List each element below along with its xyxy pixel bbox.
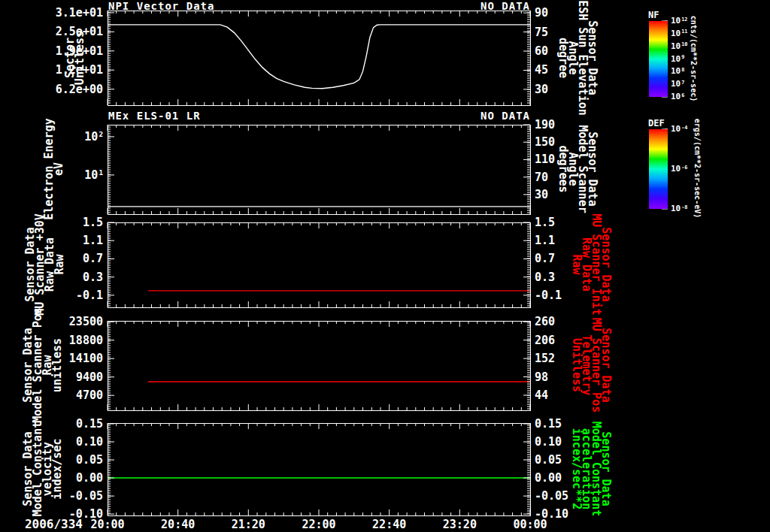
p3-right-tick-label: -0.1 bbox=[535, 289, 562, 301]
def-colorbar-unit: ergs/(cm**2-sr-sec-eV) bbox=[693, 119, 702, 218]
p3-right-tick-label: 1.1 bbox=[535, 234, 555, 246]
def-colorbar-name: DEF bbox=[648, 118, 665, 128]
x-axis-time-label: 22:40 bbox=[365, 518, 414, 531]
model-constant-velocity-frame bbox=[108, 424, 531, 516]
p1-left-tick-label: 3.1e+01 bbox=[0, 7, 103, 19]
p1-right-tick-label: 75 bbox=[535, 26, 548, 38]
x-axis-time-label: 23:20 bbox=[435, 518, 484, 531]
p2-right-tick-label: 70 bbox=[535, 171, 548, 183]
p2-right-tick-label: 30 bbox=[535, 189, 548, 201]
p5-right-tick-label: 0.05 bbox=[535, 454, 562, 466]
x-axis-time-label: 00:00 bbox=[506, 518, 554, 531]
p5-left-axis-label: Sensor DataModel Constantvelocityindex/s… bbox=[23, 422, 62, 516]
p4-right-tick-label: 206 bbox=[535, 334, 555, 346]
nf-colorbar-tick-label: 107 bbox=[671, 80, 684, 89]
x-axis-time-label: 20:40 bbox=[154, 518, 202, 531]
mex-els-01-lr-frame bbox=[108, 125, 531, 215]
p1-left-tick-label: 1.9e+01 bbox=[0, 45, 103, 57]
p2-right-tick-label: 110 bbox=[535, 153, 555, 165]
nf-colorbar-unit: cnts/(cm**2-sr-sec) bbox=[690, 16, 698, 101]
p5-right-tick-label: -0.05 bbox=[535, 490, 568, 502]
p5-right-tick-label: 0.10 bbox=[535, 436, 562, 448]
p1-right-tick-label: 90 bbox=[535, 7, 548, 19]
p5-right-tick-label: 0.00 bbox=[535, 472, 562, 484]
p1-left-tick-label: 6.2e+00 bbox=[0, 83, 103, 95]
def-colorbar-tick-label: 10-6 bbox=[671, 165, 687, 174]
panel2-title: MEx ELS-01 LR bbox=[108, 110, 201, 122]
p5-right-tick-label: 0.15 bbox=[535, 418, 562, 430]
p2-right-axis-label: Sensor DataModel ScannerAngledegrees bbox=[558, 125, 597, 213]
def-colorbar bbox=[649, 129, 668, 209]
nf-colorbar-tick-label: 1010 bbox=[671, 42, 687, 51]
p1-right-tick-label: 30 bbox=[535, 83, 548, 95]
p2-left-axis-label: Electron EnergyeV bbox=[44, 118, 64, 219]
x-axis-time-label: 20:00 bbox=[83, 518, 132, 531]
p4-right-tick-label: 260 bbox=[535, 316, 555, 328]
panel2-no-data-status: NO DATA bbox=[480, 110, 530, 122]
nf-colorbar-tick-label: 1012 bbox=[671, 17, 687, 26]
def-colorbar-tick-label: 10-4 bbox=[671, 125, 687, 134]
p3-right-tick-label: 0.3 bbox=[535, 271, 555, 283]
p1-right-axis-label: Sensor DataESH Sun ElevationAngledegree bbox=[558, 0, 597, 116]
p1-right-tick-label: 60 bbox=[535, 45, 548, 57]
nf-colorbar-tick-label: 108 bbox=[671, 67, 684, 76]
p3-right-axis-label: Sensor DataMU Scanner InitRaw DataRaw bbox=[571, 213, 611, 315]
nf-colorbar-tick-label: 106 bbox=[671, 92, 684, 101]
panel1-title: NPI Vector Data bbox=[108, 0, 214, 12]
p1-left-tick-label: 2.5e+01 bbox=[0, 26, 103, 38]
p2-right-tick-label: 150 bbox=[535, 136, 555, 148]
p4-left-axis-label: Sensor DataModel Scanner PosRawunitless bbox=[23, 307, 62, 423]
p1-left-axis-label: SectorUnitless bbox=[65, 31, 85, 85]
plot-screen: NPI Vector Data NO DATA MEx ELS-01 LR NO… bbox=[0, 0, 770, 532]
p1-right-tick-label: 45 bbox=[535, 64, 548, 76]
sector-trace bbox=[108, 25, 530, 89]
p3-right-tick-label: 0.7 bbox=[535, 252, 555, 264]
nf-colorbar-tick-label: 109 bbox=[671, 55, 684, 64]
p2-right-tick-label: 190 bbox=[535, 119, 555, 131]
nf-colorbar-tick-label: 1011 bbox=[671, 29, 687, 38]
p3-right-tick-label: 1.5 bbox=[535, 216, 555, 228]
p1-left-tick-label: 1.2e+01 bbox=[0, 64, 103, 76]
p4-right-tick-label: 152 bbox=[535, 352, 555, 364]
p4-right-tick-label: 44 bbox=[535, 389, 548, 401]
p4-right-tick-label: 98 bbox=[535, 371, 548, 383]
p5-right-axis-label: Sensor DataModel Constantaccelerationinc… bbox=[571, 422, 611, 516]
x-axis-time-label: 22:00 bbox=[295, 518, 343, 531]
p3-left-axis-label: Sensor DataMU Scanner +30VRaw DataRaw bbox=[26, 213, 65, 315]
npi-vector-data-frame bbox=[108, 11, 531, 106]
p4-right-axis-label: Sensor DataMU Scanner PosTelemetryUnitle… bbox=[571, 318, 611, 413]
mu-scanner-raw-frame bbox=[108, 223, 531, 308]
nf-colorbar-name: NF bbox=[648, 10, 659, 20]
nf-colorbar bbox=[649, 21, 668, 97]
def-colorbar-tick-label: 10-8 bbox=[671, 204, 687, 213]
x-axis-time-label: 21:20 bbox=[224, 518, 272, 531]
panel1-no-data-status: NO DATA bbox=[480, 0, 530, 12]
model-scanner-pos-frame bbox=[108, 322, 531, 411]
